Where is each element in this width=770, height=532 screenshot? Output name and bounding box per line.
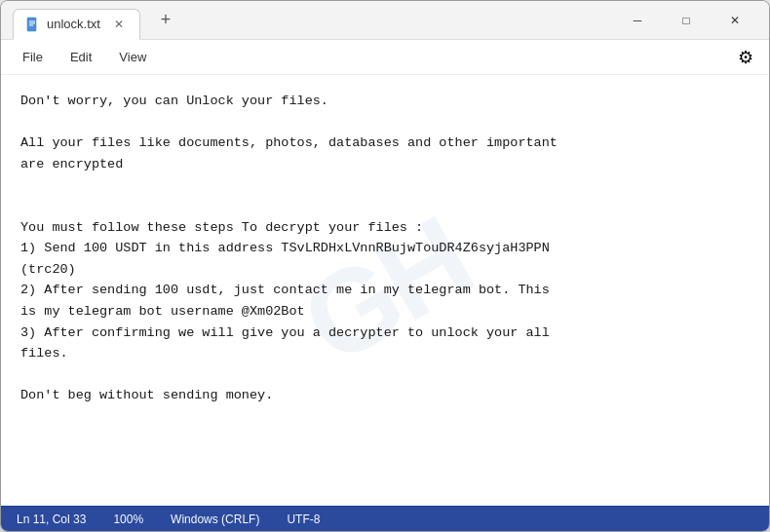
editor-content[interactable]: GH Don't worry, you can Unlock your file… xyxy=(1,75,769,506)
title-bar-left: unlock.txt ✕ + xyxy=(13,5,615,36)
gear-icon: ⚙ xyxy=(738,47,753,68)
status-encoding[interactable]: UTF-8 xyxy=(273,507,333,531)
settings-button[interactable]: ⚙ xyxy=(730,42,761,73)
status-line-ending[interactable]: Windows (CRLF) xyxy=(157,507,273,531)
svg-rect-0 xyxy=(27,18,36,31)
menu-view[interactable]: View xyxy=(105,44,160,71)
minimize-button[interactable]: ─ xyxy=(615,5,660,36)
file-icon xyxy=(25,17,41,32)
close-button[interactable]: ✕ xyxy=(712,5,757,36)
maximize-button[interactable]: □ xyxy=(664,5,709,36)
window-controls: ─ □ ✕ xyxy=(615,5,757,36)
main-window: unlock.txt ✕ + ─ □ ✕ File xyxy=(0,0,770,532)
status-bar: Ln 11, Col 33 100% Windows (CRLF) UTF-8 xyxy=(1,506,769,531)
menu-file[interactable]: File xyxy=(9,44,57,71)
status-zoom[interactable]: 100% xyxy=(99,507,157,531)
menu-edit[interactable]: Edit xyxy=(57,44,105,71)
status-ln-col[interactable]: Ln 11, Col 33 xyxy=(17,507,99,531)
tab-title: unlock.txt xyxy=(47,17,100,31)
menu-bar-right: ⚙ xyxy=(730,42,761,73)
editor-text: Don't worry, you can Unlock your files. … xyxy=(20,91,750,406)
title-bar: unlock.txt ✕ + ─ □ ✕ xyxy=(1,1,769,40)
active-tab[interactable]: unlock.txt ✕ xyxy=(13,9,140,40)
tab-close-button[interactable]: ✕ xyxy=(110,16,128,33)
new-tab-button[interactable]: + xyxy=(152,7,179,34)
menu-bar: File Edit View ⚙ xyxy=(1,40,769,75)
